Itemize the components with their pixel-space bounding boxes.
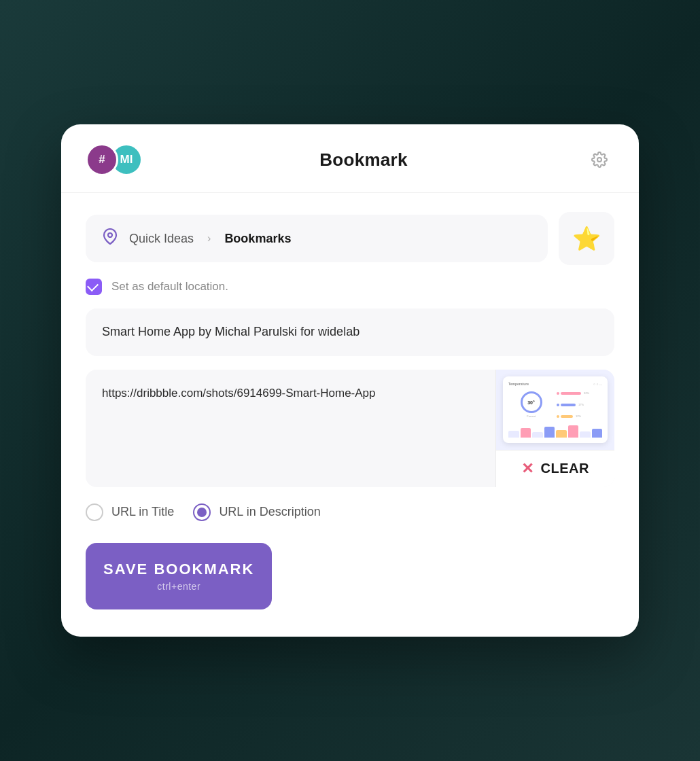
svg-point-0 (597, 158, 601, 162)
url-input-value: https://dribbble.com/shots/6914699-Smart… (102, 387, 376, 400)
location-quick-ideas: Quick Ideas (129, 232, 194, 246)
url-preview: Temperature ○ ○ ... 30° Current (496, 370, 614, 450)
avatars: # MI (86, 143, 143, 176)
settings-button[interactable] (584, 145, 614, 175)
clear-x-icon: ✕ (521, 460, 534, 478)
body: Quick Ideas › Bookmarks ⭐ Set as default… (61, 193, 639, 542)
page-title: Bookmark (319, 149, 408, 171)
location-row: Quick Ideas › Bookmarks ⭐ (86, 212, 614, 265)
clear-button[interactable]: ✕ CLEAR (496, 450, 614, 487)
checkbox-row: Set as default location. (86, 279, 614, 295)
location-chevron-icon: › (207, 232, 211, 245)
title-input-value: Smart Home App by Michal Parulski for wi… (102, 325, 360, 338)
url-right-panel: Temperature ○ ○ ... 30° Current (495, 370, 614, 487)
radio-url-in-title[interactable]: URL in Title (86, 503, 174, 521)
bookmark-card: # MI Bookmark Quick Ideas › (61, 124, 639, 636)
header: # MI Bookmark (61, 124, 639, 193)
radio-row: URL in Title URL in Description (86, 501, 614, 524)
save-bookmark-label: SAVE BOOKMARK (103, 561, 254, 578)
radio-outer-description (193, 503, 211, 521)
radio-inner-description (197, 508, 207, 517)
avatar-hash: # (86, 143, 118, 176)
star-button[interactable]: ⭐ (559, 212, 614, 265)
location-bookmarks: Bookmarks (224, 232, 291, 246)
pin-icon (102, 228, 118, 249)
radio-title-label: URL in Title (111, 505, 174, 519)
star-icon: ⭐ (572, 225, 601, 252)
default-location-checkbox[interactable] (86, 279, 102, 295)
radio-outer-title (86, 503, 103, 521)
clear-label: CLEAR (541, 461, 589, 476)
url-section: https://dribbble.com/shots/6914699-Smart… (86, 370, 614, 487)
preview-thumbnail: Temperature ○ ○ ... 30° Current (503, 376, 608, 443)
location-box[interactable]: Quick Ideas › Bookmarks (86, 215, 548, 262)
url-input-box[interactable]: https://dribbble.com/shots/6914699-Smart… (86, 370, 495, 487)
radio-url-in-description[interactable]: URL in Description (193, 503, 320, 521)
save-bookmark-button[interactable]: SAVE BOOKMARK ctrl+enter (86, 543, 272, 609)
save-shortcut-label: ctrl+enter (157, 581, 200, 592)
title-input-box[interactable]: Smart Home App by Michal Parulski for wi… (86, 308, 614, 355)
svg-point-1 (108, 233, 112, 237)
default-location-label: Set as default location. (111, 280, 228, 294)
gear-icon (591, 152, 608, 168)
radio-description-label: URL in Description (219, 505, 320, 519)
